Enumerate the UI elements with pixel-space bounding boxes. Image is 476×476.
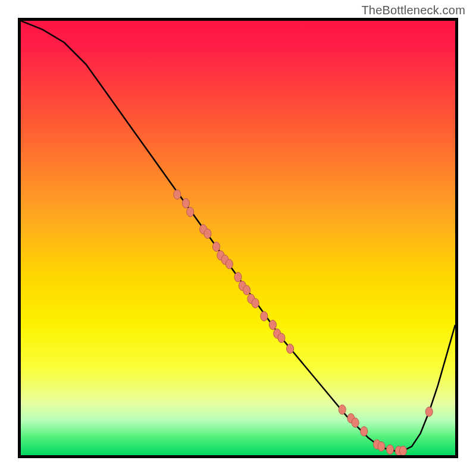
data-point xyxy=(204,229,211,239)
data-point xyxy=(425,407,433,416)
data-point xyxy=(352,418,359,427)
data-point xyxy=(378,441,385,451)
data-point xyxy=(182,199,189,208)
data-point xyxy=(269,320,276,330)
data-point xyxy=(261,311,268,321)
plot-area xyxy=(18,18,458,458)
data-point xyxy=(287,344,294,353)
data-point xyxy=(234,273,242,282)
data-point xyxy=(361,427,368,436)
bottleneck-curve xyxy=(21,21,455,451)
chart-container: TheBottleneck.com xyxy=(0,0,476,476)
data-point xyxy=(213,242,220,252)
data-point xyxy=(399,446,406,455)
data-point xyxy=(339,405,346,414)
watermark-label: TheBottleneck.com xyxy=(361,4,465,17)
data-point xyxy=(187,207,194,217)
scatter-points-group xyxy=(174,190,433,455)
data-point xyxy=(252,299,259,308)
data-point xyxy=(278,333,285,343)
data-point xyxy=(174,190,181,199)
data-point xyxy=(243,286,250,295)
data-point xyxy=(387,445,394,455)
chart-overlay xyxy=(21,21,455,455)
data-point xyxy=(226,259,233,269)
